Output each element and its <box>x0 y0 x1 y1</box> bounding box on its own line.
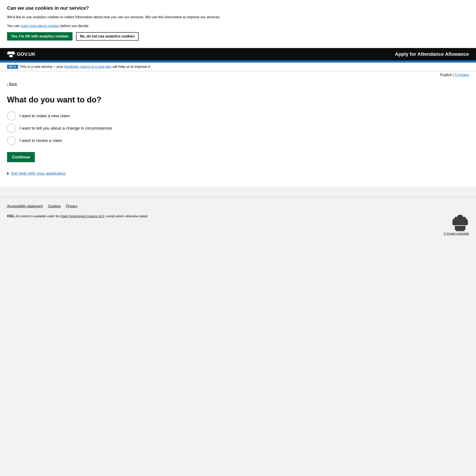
radio-item-new-claim: I want to make a new claim <box>7 112 469 120</box>
footer-bottom: OGL All content is available under the O… <box>7 214 469 235</box>
reject-cookies-button[interactable]: No, do not use analytics cookies <box>76 32 139 41</box>
blue-bar <box>0 60 476 63</box>
help-summary[interactable]: Get help with your application <box>7 171 469 176</box>
cookie-banner-heading: Can we use cookies in our service? <box>7 5 469 11</box>
language-switcher: English | Cymraeg <box>0 71 476 79</box>
crown-icon <box>7 51 15 58</box>
language-separator: | <box>453 73 454 77</box>
crown-copyright-link[interactable]: © Crown copyright <box>444 232 469 235</box>
triangle-icon <box>7 172 9 175</box>
radio-new-claim-label[interactable]: I want to make a new claim <box>19 114 70 118</box>
cymraeg-link[interactable]: Cymraeg <box>455 73 469 77</box>
radio-item-change: I want to tell you about a change in cir… <box>7 124 469 133</box>
radio-item-renew: I want to renew a claim <box>7 136 469 145</box>
crown-copyright-text: © Crown copyright <box>444 232 469 235</box>
beta-text: This is a new service – your feedback (o… <box>20 65 151 69</box>
beta-tag: BETA <box>7 65 18 69</box>
gov-uk-text: GOV.UK <box>17 51 35 57</box>
feedback-link[interactable]: feedback (opens in a new tab) <box>64 65 112 68</box>
crown-copyright-section: © Crown copyright <box>444 214 469 235</box>
language-english: English <box>440 73 452 77</box>
cookie-buttons: Yes, I'm OK with analytics cookies No, d… <box>7 32 469 41</box>
radio-renew-label[interactable]: I want to renew a claim <box>19 138 62 143</box>
ogl-logo: OGL <box>7 214 15 218</box>
site-header: GOV.UK Apply for Attendance Allowance <box>0 48 476 60</box>
site-footer: Accessibility statement Cookies Privacy … <box>0 197 476 241</box>
cookie-banner: Can we use cookies in our service? We'd … <box>0 0 476 48</box>
crown-crest-icon <box>451 214 469 231</box>
radio-renew-claim[interactable] <box>7 136 16 145</box>
ogl-link[interactable]: Open Government Licence v3.0 <box>61 214 104 218</box>
accept-cookies-button[interactable]: Yes, I'm OK with analytics cookies <box>7 32 72 41</box>
back-link[interactable]: ‹ Back <box>7 79 17 90</box>
radio-change-circumstances[interactable] <box>7 124 16 133</box>
continue-button[interactable]: Continue <box>7 152 35 162</box>
radio-group: I want to make a new claim I want to tel… <box>7 112 469 145</box>
radio-new-claim[interactable] <box>7 112 16 120</box>
cookie-banner-para1: We'd like to use analytics cookies to co… <box>7 15 469 20</box>
beta-banner: BETA This is a new service – your feedba… <box>0 63 476 71</box>
back-chevron-icon: ‹ <box>7 82 8 86</box>
privacy-link[interactable]: Privacy <box>66 204 78 208</box>
accessibility-statement-link[interactable]: Accessibility statement <box>7 204 43 208</box>
gov-uk-logo-link[interactable]: GOV.UK <box>7 51 35 58</box>
page-title: What do you want to do? <box>7 95 469 104</box>
help-accordion[interactable]: Get help with your application <box>7 171 469 176</box>
cookies-link[interactable]: Cookies <box>48 204 61 208</box>
footer-links: Accessibility statement Cookies Privacy <box>7 204 469 208</box>
main-content: ‹ Back What do you want to do? I want to… <box>0 79 476 187</box>
service-name: Apply for Attendance Allowance <box>395 51 469 57</box>
cookie-banner-para2: You can read more about cookies before y… <box>7 23 469 29</box>
cookies-info-link[interactable]: read more about cookies <box>21 24 60 28</box>
svg-rect-0 <box>455 226 465 230</box>
ogl-section: OGL All content is available under the O… <box>7 214 148 219</box>
help-details: Get help with your application <box>7 171 469 176</box>
radio-change-label[interactable]: I want to tell you about a change in cir… <box>19 126 112 131</box>
